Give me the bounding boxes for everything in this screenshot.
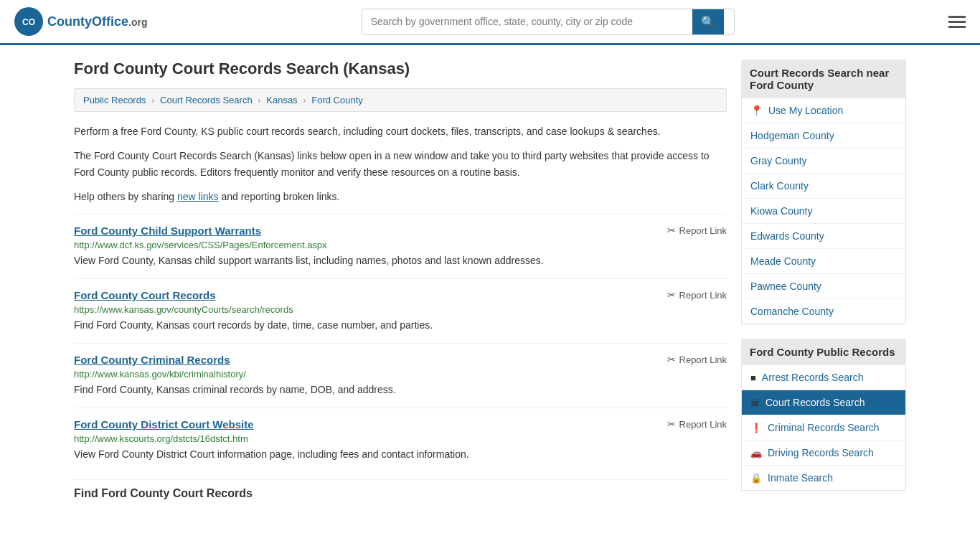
report-icon: ✂: [667, 225, 676, 236]
record-desc: View Ford County District Court informat…: [74, 447, 727, 462]
record-title[interactable]: Ford County Child Support Warrants: [74, 225, 261, 237]
record-item-header: Ford County Court Records ✂ Report Link: [74, 289, 727, 301]
description-1: Perform a free Ford County, KS public co…: [74, 123, 727, 139]
sidebar-nearby-county[interactable]: Gray County: [742, 149, 905, 174]
sidebar-public-record-item[interactable]: 🔒 Inmate Search: [742, 466, 905, 490]
record-desc: Find Ford County, Kansas criminal record…: [74, 382, 727, 397]
sidebar-public-records-section: Ford County Public Records ■ Arrest Reco…: [741, 339, 906, 491]
breadcrumb-ford-county[interactable]: Ford County: [311, 95, 363, 105]
sidebar-nearby-county[interactable]: Clark County: [742, 174, 905, 199]
breadcrumb-public-records[interactable]: Public Records: [83, 95, 146, 105]
records-list: Ford County Child Support Warrants ✂ Rep…: [74, 214, 727, 472]
breadcrumb: Public Records › Court Records Search › …: [74, 88, 727, 112]
use-my-location-link[interactable]: Use My Location: [768, 105, 843, 116]
county-link[interactable]: Hodgeman County: [750, 130, 834, 141]
logo-text: CountyOffice.org: [47, 14, 147, 29]
public-record-link[interactable]: Court Records Search: [765, 397, 865, 408]
sidebar-item-icon: 🏛: [750, 397, 760, 408]
sidebar-public-records-heading: Ford County Public Records: [741, 339, 906, 365]
nearby-counties-container: Hodgeman CountyGray CountyClark CountyKi…: [742, 123, 905, 324]
page-title: Ford County Court Records Search (Kansas…: [74, 60, 727, 78]
sidebar-item-icon: ❗: [750, 423, 762, 433]
record-item-header: Ford County District Court Website ✂ Rep…: [74, 418, 727, 430]
sidebar-item-icon: 🔒: [750, 473, 762, 484]
sidebar-public-record-item[interactable]: 🏛 Court Records Search: [742, 390, 905, 415]
report-icon: ✂: [667, 289, 676, 301]
record-item: Ford County Criminal Records ✂ Report Li…: [74, 343, 727, 408]
sidebar-near-section: Court Records Search near Ford County 📍 …: [741, 60, 906, 324]
sidebar-nearby-county[interactable]: Comanche County: [742, 299, 905, 324]
search-bar: 🔍: [362, 9, 735, 35]
record-item-header: Ford County Criminal Records ✂ Report Li…: [74, 354, 727, 366]
sidebar-nearby-county[interactable]: Edwards County: [742, 224, 905, 249]
sidebar-item-icon: ■: [750, 372, 756, 383]
menu-icon[interactable]: [948, 16, 966, 28]
sidebar-nearby-county[interactable]: Pawnee County: [742, 274, 905, 299]
record-title[interactable]: Ford County Criminal Records: [74, 354, 230, 366]
sidebar-nearby-list: 📍 Use My Location Hodgeman CountyGray Co…: [741, 98, 906, 324]
new-links-link[interactable]: new links: [177, 191, 219, 202]
find-section-title: Find Ford County Court Records: [74, 479, 727, 500]
logo[interactable]: CO CountyOffice.org: [14, 7, 147, 36]
report-icon: ✂: [667, 354, 676, 365]
page-container: Ford County Court Records Search (Kansas…: [60, 45, 920, 519]
header-right: [948, 16, 966, 28]
sidebar-item-icon: 🚗: [750, 448, 762, 458]
report-link[interactable]: ✂ Report Link: [667, 354, 727, 365]
description-2: The Ford County Court Records Search (Ka…: [74, 148, 727, 180]
report-link[interactable]: ✂ Report Link: [667, 289, 727, 301]
record-item: Ford County District Court Website ✂ Rep…: [74, 408, 727, 472]
sidebar-public-record-item[interactable]: ❗ Criminal Records Search: [742, 415, 905, 441]
use-my-location[interactable]: 📍 Use My Location: [742, 98, 905, 123]
record-url[interactable]: http://www.dcf.ks.gov/services/CSS/Pages…: [74, 240, 727, 250]
public-record-link[interactable]: Inmate Search: [768, 472, 833, 484]
county-link[interactable]: Meade County: [750, 255, 816, 267]
county-link[interactable]: Kiowa County: [750, 205, 812, 217]
record-item: Ford County Court Records ✂ Report Link …: [74, 278, 727, 343]
site-header: CO CountyOffice.org 🔍: [0, 0, 980, 45]
main-content: Ford County Court Records Search (Kansas…: [74, 60, 727, 505]
record-url[interactable]: https://www.kansas.gov/countyCourts/sear…: [74, 304, 727, 315]
report-icon: ✂: [667, 418, 676, 430]
record-url[interactable]: http://www.kscourts.org/dstcts/16dstct.h…: [74, 433, 727, 444]
breadcrumb-kansas[interactable]: Kansas: [266, 95, 297, 105]
description-3: Help others by sharing new links and rep…: [74, 189, 727, 204]
svg-text:CO: CO: [22, 17, 35, 27]
county-link[interactable]: Edwards County: [750, 230, 824, 242]
logo-icon: CO: [14, 7, 43, 36]
public-record-link[interactable]: Arrest Records Search: [762, 372, 864, 383]
public-records-container: ■ Arrest Records Search 🏛 Court Records …: [742, 365, 905, 490]
location-icon: 📍: [750, 105, 763, 116]
sidebar-nearby-county[interactable]: Kiowa County: [742, 199, 905, 224]
sidebar-public-record-item[interactable]: ■ Arrest Records Search: [742, 365, 905, 390]
county-link[interactable]: Comanche County: [750, 306, 834, 317]
sidebar-public-records-list: ■ Arrest Records Search 🏛 Court Records …: [741, 365, 906, 491]
record-item: Ford County Child Support Warrants ✂ Rep…: [74, 214, 727, 278]
breadcrumb-court-records[interactable]: Court Records Search: [160, 95, 253, 105]
sidebar: Court Records Search near Ford County 📍 …: [741, 60, 906, 505]
search-input[interactable]: [362, 10, 692, 33]
record-title[interactable]: Ford County District Court Website: [74, 418, 254, 430]
county-link[interactable]: Clark County: [750, 180, 809, 192]
search-button[interactable]: 🔍: [692, 9, 724, 34]
sidebar-nearby-county[interactable]: Hodgeman County: [742, 123, 905, 149]
sidebar-nearby-county[interactable]: Meade County: [742, 249, 905, 274]
record-item-header: Ford County Child Support Warrants ✂ Rep…: [74, 225, 727, 237]
record-url[interactable]: http://www.kansas.gov/kbi/criminalhistor…: [74, 369, 727, 380]
record-desc: View Ford County, Kansas child support w…: [74, 253, 727, 268]
record-title[interactable]: Ford County Court Records: [74, 289, 216, 301]
public-record-link[interactable]: Criminal Records Search: [768, 422, 880, 433]
report-link[interactable]: ✂ Report Link: [667, 418, 727, 430]
county-link[interactable]: Gray County: [750, 155, 807, 166]
county-link[interactable]: Pawnee County: [750, 281, 821, 292]
sidebar-public-record-item[interactable]: 🚗 Driving Records Search: [742, 441, 905, 466]
public-record-link[interactable]: Driving Records Search: [768, 447, 874, 458]
record-desc: Find Ford County, Kansas court records b…: [74, 318, 727, 333]
report-link[interactable]: ✂ Report Link: [667, 225, 727, 236]
sidebar-near-heading: Court Records Search near Ford County: [741, 60, 906, 98]
